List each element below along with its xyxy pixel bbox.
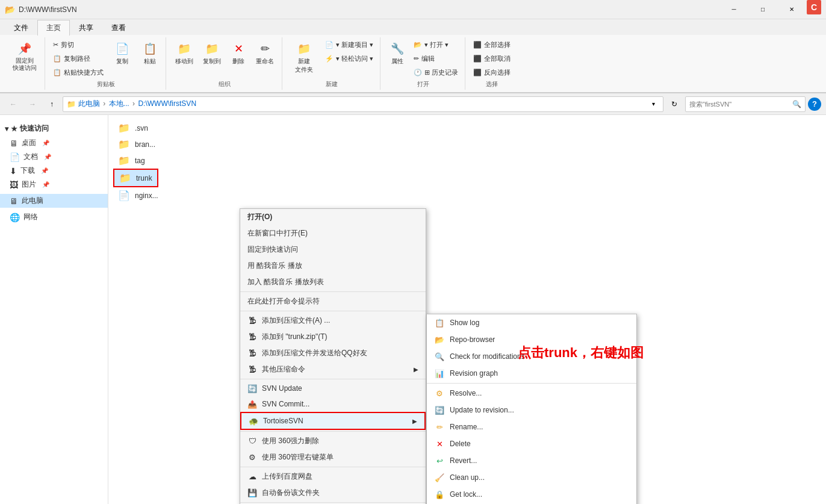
copy-to-button[interactable]: 📁 复制到 <box>199 39 225 69</box>
cm-other-compress[interactable]: 🗜 其他压缩命令 ▶ <box>240 361 426 378</box>
cm-svn-update[interactable]: 🔄 SVN Update <box>240 381 426 396</box>
deselect-all-button[interactable]: ⬛ 全部取消 <box>470 52 514 65</box>
invert-select-button[interactable]: ⬛ 反向选择 <box>470 66 514 79</box>
cmr-delete[interactable]: ✕ Delete <box>427 435 636 452</box>
cmr-rename[interactable]: ✏ Rename... <box>427 418 636 435</box>
forward-button[interactable]: → <box>24 96 41 113</box>
cut-button[interactable]: ✂ 剪切 <box>50 39 107 51</box>
select-all-button[interactable]: ⬛ 全部选择 <box>470 39 514 51</box>
sidebar-item-this-pc[interactable]: 🖥 此电脑 <box>0 194 108 208</box>
cmr-revision-graph[interactable]: 📊 Revision graph <box>427 365 636 382</box>
docs-label: 文档 <box>23 152 38 162</box>
file-item-tag[interactable]: 📁 tag <box>113 152 821 169</box>
cmr-repo-browser[interactable]: 📂 Repo-browser <box>427 331 636 348</box>
ribbon-tabs: 文件 主页 共享 查看 <box>0 19 826 35</box>
cm-open[interactable]: 打开(O) <box>240 209 426 225</box>
file-item-branch[interactable]: 📁 bran... <box>113 136 821 152</box>
update-rev-icon: 🔄 <box>434 405 445 415</box>
cm-svn-commit[interactable]: 📤 SVN Commit... <box>240 396 426 412</box>
cm-tortoise-svn[interactable]: 🐢 TortoiseSVN ▶ <box>240 412 426 430</box>
search-input[interactable] <box>689 101 792 108</box>
cm-music-add[interactable]: 加入 酷我音乐 播放列表 <box>240 274 426 290</box>
title-bar-controls: ─ □ ✕ C <box>720 0 821 19</box>
edit-button[interactable]: ✏ 编辑 <box>411 52 461 65</box>
sidebar-item-pictures[interactable]: 🖼 图片 📌 <box>0 178 108 191</box>
new-item-button[interactable]: 📄 ▾ 新建项目 ▾ <box>322 39 376 51</box>
cm-add-send-qq[interactable]: 🗜 添加到压缩文件并发送给QQ好友 <box>240 345 426 361</box>
file-item-trunk[interactable]: 📁 trunk <box>113 169 158 187</box>
easy-access-button[interactable]: ⚡ ▾ 轻松访问 ▾ <box>322 52 376 65</box>
minimize-button[interactable]: ─ <box>720 0 748 19</box>
cmr-check-modifications[interactable]: 🔍 Check for modifications <box>427 348 636 365</box>
cmr-resolve[interactable]: ⚙ Resolve... <box>427 385 636 402</box>
sidebar-item-network[interactable]: 🌐 网络 <box>0 210 108 224</box>
cmr-update-revision[interactable]: 🔄 Update to revision... <box>427 402 636 418</box>
paste-shortcut-button[interactable]: 📋 粘贴快捷方式 <box>50 66 107 79</box>
address-bar[interactable]: 📁 此电脑 › 本地... › D:\WWW\firstSVN ▾ <box>63 96 663 112</box>
copy-path-button[interactable]: 📋 复制路径 <box>50 52 107 65</box>
maximize-button[interactable]: □ <box>749 0 777 19</box>
cmr-revert[interactable]: ↩ Revert... <box>427 452 636 469</box>
file-item-svn[interactable]: 📁 .svn <box>113 120 821 136</box>
close-button[interactable]: ✕ <box>778 0 806 19</box>
cmr-show-log[interactable]: 📋 Show log <box>427 314 636 331</box>
quick-access-icon: 📂 <box>5 5 15 14</box>
sidebar-item-desktop[interactable]: 🖥 桌面 📌 <box>0 136 108 150</box>
cm-add-trunk-zip[interactable]: 🗜 添加到 "trunk.zip"(T) <box>240 329 426 345</box>
properties-button[interactable]: 🔧 属性 <box>385 39 409 69</box>
paste-button[interactable]: 📋 粘贴 <box>138 39 162 69</box>
history-button[interactable]: 🕐 ⊞ 历史记录 <box>411 66 461 79</box>
cm-cmd-here[interactable]: 在此处打开命令提示符 <box>240 293 426 310</box>
refresh-button[interactable]: ↻ <box>666 96 683 113</box>
compress-icon: 🗜 <box>247 365 257 375</box>
move-to-button[interactable]: 📁 移动到 <box>171 39 197 69</box>
cmr-clean-up[interactable]: 🧹 Clean up... <box>427 469 636 486</box>
help-button[interactable]: ? <box>808 98 821 111</box>
open-button[interactable]: 📂 ▾ 打开 ▾ <box>411 39 461 51</box>
copy-label: 复制 <box>116 57 128 66</box>
ribbon-group-open: 🔧 属性 📂 ▾ 打开 ▾ ✏ 编辑 🕐 ⊞ 历史记录 <box>382 37 465 90</box>
cm-pin-quickaccess[interactable]: 固定到快速访问 <box>240 241 426 258</box>
cm-auto-backup[interactable]: 💾 自动备份该文件夹 <box>240 485 426 501</box>
breadcrumb-local[interactable]: 本地... <box>109 99 129 108</box>
quick-access-header[interactable]: ▾ ★ 快速访问 <box>0 121 108 136</box>
folder-icon-addr: 📁 <box>67 100 76 108</box>
tab-home[interactable]: 主页 <box>37 20 70 36</box>
check-mod-icon: 🔍 <box>434 351 445 362</box>
cm-360-manage[interactable]: ⚙ 使用 360管理右键菜单 <box>240 449 426 465</box>
cm-add-archive[interactable]: 🗜 添加到压缩文件(A) ... <box>240 313 426 329</box>
file-item-nginx[interactable]: 📄 nginx... <box>113 187 821 204</box>
up-button[interactable]: ↑ <box>43 96 60 113</box>
rename-icon: ✏ <box>258 42 272 56</box>
new-folder-button[interactable]: 📁 新建文件夹 <box>287 39 321 77</box>
delete-icon: ✕ <box>231 42 246 56</box>
cmr-delete-label: Delete <box>450 440 471 448</box>
dropdown-button[interactable]: ▾ <box>647 96 659 113</box>
cm-auto-backup-label: 自动备份该文件夹 <box>262 488 320 498</box>
tab-view[interactable]: 查看 <box>102 20 135 36</box>
pictures-label: 图片 <box>22 179 36 190</box>
breadcrumb-path: D:\WWW\firstSVN <box>138 99 196 108</box>
pin-quickaccess-button[interactable]: 📌 固定到快速访问 <box>8 39 41 75</box>
tab-file[interactable]: 文件 <box>5 20 37 36</box>
search-box[interactable]: 🔍 <box>685 96 806 112</box>
cm-open-new-window[interactable]: 在新窗口中打开(E) <box>240 225 426 241</box>
breadcrumb-pc[interactable]: 此电脑 <box>78 99 100 108</box>
cm-baidu-upload[interactable]: ☁ 上传到百度网盘 <box>240 468 426 485</box>
pictures-icon: 🖼 <box>10 180 18 190</box>
cut-label: 剪切 <box>61 40 74 49</box>
cmr-get-lock[interactable]: 🔒 Get lock... <box>427 486 636 503</box>
delete-button[interactable]: ✕ 删除 <box>226 39 250 69</box>
back-button[interactable]: ← <box>5 96 22 113</box>
edit-icon: ✏ <box>414 55 419 63</box>
cm-360-delete[interactable]: 🛡 使用 360强力删除 <box>240 433 426 449</box>
cm-music-play[interactable]: 用 酷我音乐 播放 <box>240 258 426 274</box>
rename-button[interactable]: ✏ 重命名 <box>252 39 278 69</box>
sidebar-item-docs[interactable]: 📄 文档 📌 <box>0 150 108 164</box>
copy-button[interactable]: 📄 复制 <box>110 39 134 69</box>
cmr-revert-label: Revert... <box>450 456 477 465</box>
tab-share[interactable]: 共享 <box>70 20 102 36</box>
cm-svn-update-label: SVN Update <box>262 384 302 393</box>
sidebar-item-downloads[interactable]: ⬇ 下载 📌 <box>0 164 108 178</box>
edit-label: 编辑 <box>421 54 435 63</box>
